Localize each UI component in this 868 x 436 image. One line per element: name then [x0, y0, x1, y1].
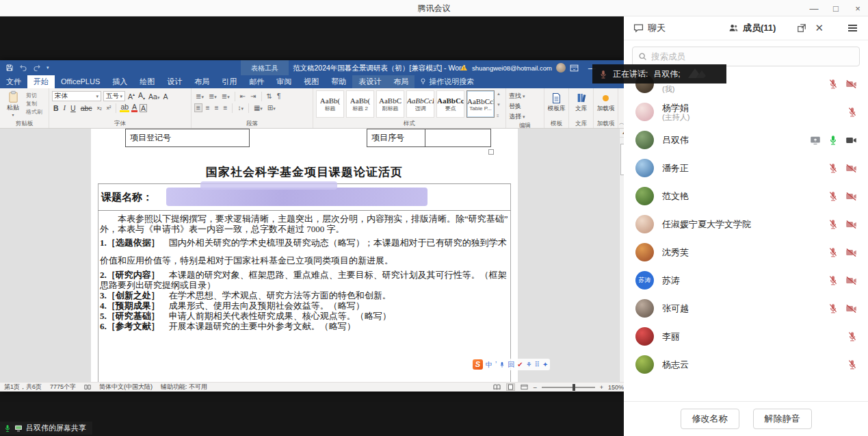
font-btn-5[interactable]: x²	[105, 105, 113, 111]
qat-customize-icon[interactable]: ▾	[47, 65, 49, 70]
tab-表设计[interactable]: 表设计	[352, 75, 387, 88]
sogou-softkeyboard-icon[interactable]: 回	[508, 360, 514, 370]
member-row[interactable]: 潘务正	[624, 154, 868, 182]
format-painter-button[interactable]: 格式刷	[26, 108, 42, 116]
zoom-slider-thumb[interactable]	[573, 384, 575, 391]
ribbon-display-options-icon[interactable]	[570, 64, 579, 72]
font-btn-1[interactable]: I	[62, 104, 68, 112]
justify-icon[interactable]: ≡	[222, 104, 229, 112]
cam-on-icon[interactable]	[845, 136, 857, 145]
mic-muted-icon[interactable]	[828, 275, 838, 285]
tab-members[interactable]: 成员(11)	[728, 22, 776, 34]
zoom-in-icon[interactable]: +	[600, 384, 603, 391]
editing-选择[interactable]: 选择▾	[509, 112, 541, 121]
save-icon[interactable]	[5, 64, 14, 72]
language-indicator[interactable]: 简体中文(中国大陆)	[99, 383, 153, 392]
tab-引用[interactable]: 引用	[215, 75, 243, 88]
change-case-icon[interactable]: Aa▾	[148, 92, 160, 101]
line-spacing-icon[interactable]: ↕▾	[236, 104, 245, 112]
document-page[interactable]: 项目登记号 项目序号 国家社会科学基金项目课题论证活页 课题名称： 本表参照以下…	[91, 129, 518, 382]
rename-button[interactable]: 修改名称	[681, 409, 739, 429]
tab-插入[interactable]: 插入	[106, 75, 133, 88]
font-color-icon[interactable]: A	[131, 103, 137, 112]
mic-muted-icon[interactable]	[847, 359, 857, 370]
tab-文件[interactable]: 文件	[0, 75, 27, 88]
spellcheck-icon[interactable]	[84, 384, 91, 390]
tab-审阅[interactable]: 审阅	[270, 75, 298, 88]
unmute-button[interactable]: 解除静音	[753, 409, 812, 429]
mic-muted-icon[interactable]	[828, 191, 838, 201]
increase-indent-icon[interactable]: ⇥	[249, 92, 257, 100]
zoom-level[interactable]: 150%	[608, 384, 624, 391]
tab-帮助[interactable]: 帮助	[325, 75, 352, 88]
font-btn-4[interactable]: x₂	[96, 105, 103, 111]
print-layout-icon[interactable]	[506, 383, 515, 391]
模板库-button[interactable]: 模板库	[545, 88, 568, 119]
cam-off-icon[interactable]	[845, 192, 857, 201]
sogou-punct-icon[interactable]: ’	[495, 361, 497, 368]
close-icon[interactable]: ×	[852, 3, 864, 14]
accessibility-status[interactable]: 辅助功能: 不可用	[161, 383, 207, 392]
font-btn-3[interactable]: abc	[79, 104, 94, 112]
tab-OfficePLUS[interactable]: OfficePLUS	[55, 75, 106, 88]
tab-布局[interactable]: 布局	[188, 75, 215, 88]
shading-icon[interactable]: ▦▾	[252, 104, 264, 112]
word-count[interactable]: 7775个字	[50, 383, 76, 392]
search-input[interactable]	[651, 52, 854, 62]
account-email[interactable]: shuangwei08@hotmail.com	[472, 64, 552, 72]
加载项-button[interactable]: 加载项	[594, 88, 618, 119]
mic-muted-icon[interactable]	[847, 331, 857, 342]
paste-button[interactable]: 粘贴 ▾	[3, 90, 23, 119]
sort-icon[interactable]: ⇅	[265, 92, 274, 100]
tab-绘图[interactable]: 绘图	[133, 75, 161, 88]
read-mode-icon[interactable]	[492, 383, 501, 391]
style-Table P...[interactable]: AaBbCcDdITable P...	[466, 90, 495, 118]
tab-chat[interactable]: 聊天	[633, 22, 666, 34]
font-size-select[interactable]: 五号▾	[103, 91, 125, 101]
sogou-settings-icon[interactable]: ✦	[542, 361, 548, 368]
sogou-dict-icon[interactable]: ⚘	[526, 361, 532, 368]
sogou-cn-mode-icon[interactable]: 中	[486, 360, 492, 370]
multilevel-list-icon[interactable]: ≣▾	[220, 92, 231, 100]
sogou-logo-icon[interactable]: S	[473, 359, 483, 370]
cut-button[interactable]: 剪切	[26, 92, 42, 99]
member-row[interactable]: 苏涛苏涛	[624, 266, 868, 294]
cam-off-icon[interactable]	[845, 304, 857, 313]
mic-on-icon[interactable]	[828, 135, 838, 145]
cam-off-icon[interactable]	[845, 79, 857, 89]
member-row[interactable]: 任淑媛宁夏大学文学院	[624, 210, 868, 238]
style-标题 2[interactable]: AaBb(标题 2	[346, 90, 374, 118]
align-left-icon[interactable]: ≡	[194, 103, 202, 112]
mic-muted-icon[interactable]	[828, 219, 838, 229]
cam-off-icon[interactable]	[845, 164, 857, 173]
table-resize-handle[interactable]	[488, 149, 494, 155]
zoom-slider[interactable]	[542, 387, 595, 388]
numbered-list-icon[interactable]: ≣▾	[207, 92, 218, 100]
popout-panel-icon[interactable]	[797, 23, 806, 33]
character-border-icon[interactable]: A	[140, 104, 147, 112]
style-副标题[interactable]: AaBbC副标题	[376, 90, 404, 118]
member-row[interactable]: 范文艳	[624, 182, 868, 210]
sogou-grid-icon[interactable]: ⠿	[535, 361, 540, 368]
member-row[interactable]: 李丽	[624, 322, 868, 350]
mic-muted-icon[interactable]	[847, 107, 857, 117]
style-强调[interactable]: AaBbCcDd强调	[406, 90, 434, 118]
member-row[interactable]: 吕双伟	[624, 126, 868, 154]
borders-icon[interactable]: ⊞▾	[266, 104, 277, 112]
shrink-font-icon[interactable]: A▾	[137, 91, 146, 101]
member-row[interactable]: 张可越	[624, 294, 868, 322]
maximize-icon[interactable]: □	[830, 3, 842, 14]
tab-邮件[interactable]: 邮件	[243, 75, 270, 88]
tell-me-search[interactable]: 操作说明搜索	[415, 75, 479, 88]
sogou-voice-icon[interactable]	[499, 361, 505, 368]
decrease-indent-icon[interactable]: ⇤	[239, 92, 247, 100]
mic-muted-icon[interactable]	[828, 163, 838, 173]
sogou-check-icon[interactable]: ✔	[517, 361, 523, 368]
member-row[interactable]: 杨志云	[624, 350, 868, 379]
minimize-icon[interactable]: —	[808, 3, 820, 14]
copy-button[interactable]: 复制	[26, 100, 42, 107]
tab-设计[interactable]: 设计	[161, 75, 188, 88]
clear-formatting-icon[interactable]: A	[162, 92, 168, 101]
member-row[interactable]: 沈秀芙	[624, 238, 868, 266]
undo-icon[interactable]	[19, 64, 27, 72]
